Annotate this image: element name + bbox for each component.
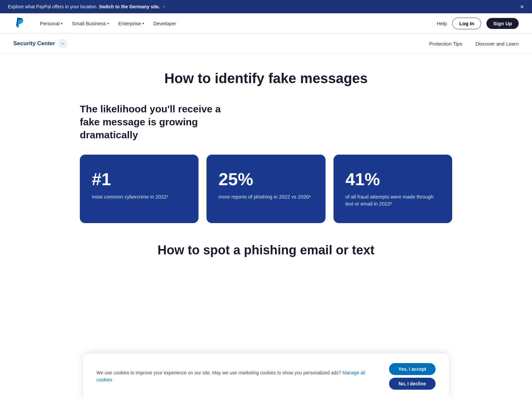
stat-desc-1: most common cybercrime in 2022¹ <box>92 193 187 200</box>
close-banner-button[interactable]: × <box>520 3 524 10</box>
nav-personal[interactable]: Personal ▾ <box>36 18 66 29</box>
security-center-link[interactable]: Security Center → <box>13 39 67 48</box>
main-content: How to identify fake messages The likeli… <box>66 54 466 290</box>
chevron-down-icon: ▾ <box>142 22 144 25</box>
stat-card-2: 25% more reports of phishing in 2022 vs … <box>206 155 325 223</box>
top-banner: Explore what PayPal offers in your locat… <box>0 0 532 13</box>
discover-learn-link[interactable]: Discover and Learn <box>475 41 519 47</box>
protection-tips-link[interactable]: Protection Tips <box>429 41 462 47</box>
section-title-2: How to spot a phishing email or text <box>80 243 452 257</box>
signup-button[interactable]: Sign Up <box>486 18 519 29</box>
page-title: How to identify fake messages <box>80 70 452 86</box>
stats-grid: #1 most common cybercrime in 2022¹ 25% m… <box>80 155 452 223</box>
nav-developer[interactable]: Developer <box>149 18 180 29</box>
nav-right: Help Log In Sign Up <box>437 18 519 29</box>
stat-number-1: #1 <box>92 171 187 188</box>
nav-small-business[interactable]: Small Business ▾ <box>68 18 113 29</box>
nav-links: Personal ▾ Small Business ▾ Enterprise ▾… <box>36 18 437 29</box>
main-nav: Personal ▾ Small Business ▾ Enterprise ▾… <box>0 13 532 34</box>
chevron-down-icon: ▾ <box>107 22 109 25</box>
stat-card-1: #1 most common cybercrime in 2022¹ <box>80 155 199 223</box>
stat-number-3: 41% <box>345 171 440 188</box>
banner-text: Explore what PayPal offers in your locat… <box>8 4 166 9</box>
stat-desc-2: more reports of phishing in 2022 vs 2020… <box>218 193 313 200</box>
secondary-nav-right: Protection Tips Discover and Learn <box>429 41 519 47</box>
paypal-logo[interactable] <box>13 17 25 29</box>
nav-enterprise[interactable]: Enterprise ▾ <box>114 18 148 29</box>
stat-desc-3: of all fraud attempts were made through … <box>345 193 440 207</box>
help-link[interactable]: Help <box>437 21 447 26</box>
banner-link[interactable]: Switch to the Germany site. <box>99 4 166 9</box>
stat-card-3: 41% of all fraud attempts were made thro… <box>333 155 452 223</box>
section-subtitle: The likelihood you'll receive a fake mes… <box>80 102 239 141</box>
secondary-nav: Security Center → Protection Tips Discov… <box>0 34 532 54</box>
login-button[interactable]: Log In <box>452 18 481 29</box>
arrow-right-icon: → <box>58 39 67 48</box>
chevron-down-icon: ▾ <box>61 22 63 25</box>
stat-number-2: 25% <box>218 171 313 188</box>
